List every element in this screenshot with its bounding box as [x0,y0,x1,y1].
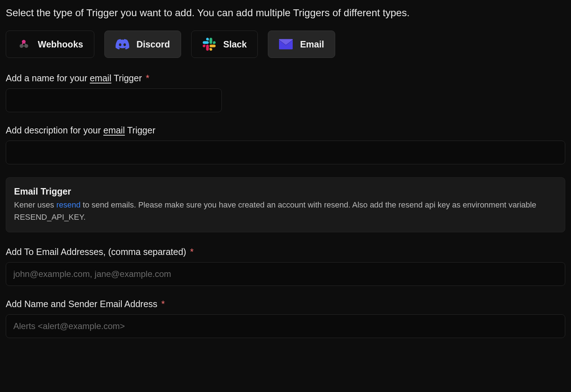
sender-email-label: Add Name and Sender Email Address * [6,299,565,309]
webhook-icon [17,37,31,51]
to-email-input[interactable] [6,262,565,286]
to-email-label: Add To Email Addresses, (comma separated… [6,247,565,257]
info-box-title: Email Trigger [14,186,557,197]
email-trigger-info-box: Email Trigger Kener uses resend to send … [6,177,565,232]
trigger-type-discord[interactable]: Discord [104,31,181,58]
slack-icon [202,37,216,51]
trigger-type-label: Slack [223,39,247,50]
svg-point-2 [25,45,27,47]
name-label: Add a name for your email Trigger * [6,73,565,83]
description-label: Add description for your email Trigger [6,125,565,136]
trigger-description-input[interactable] [6,141,565,164]
discord-icon [116,37,129,51]
instructions-text: Select the type of Trigger you want to a… [6,6,565,20]
trigger-type-label: Discord [136,39,170,50]
sender-email-input[interactable] [6,314,565,338]
trigger-name-input[interactable] [6,88,222,112]
trigger-type-label: Webhooks [38,39,83,50]
trigger-type-email[interactable]: Email [268,31,335,58]
svg-point-1 [20,45,23,47]
svg-point-0 [22,40,25,43]
email-icon [279,37,293,51]
resend-link[interactable]: resend [56,200,80,209]
trigger-type-label: Email [300,39,324,50]
trigger-type-row: Webhooks Discord Slack [6,31,565,58]
trigger-type-slack[interactable]: Slack [191,31,258,58]
trigger-type-webhooks[interactable]: Webhooks [6,31,94,58]
info-box-description: Kener uses resend to send emails. Please… [14,199,557,223]
